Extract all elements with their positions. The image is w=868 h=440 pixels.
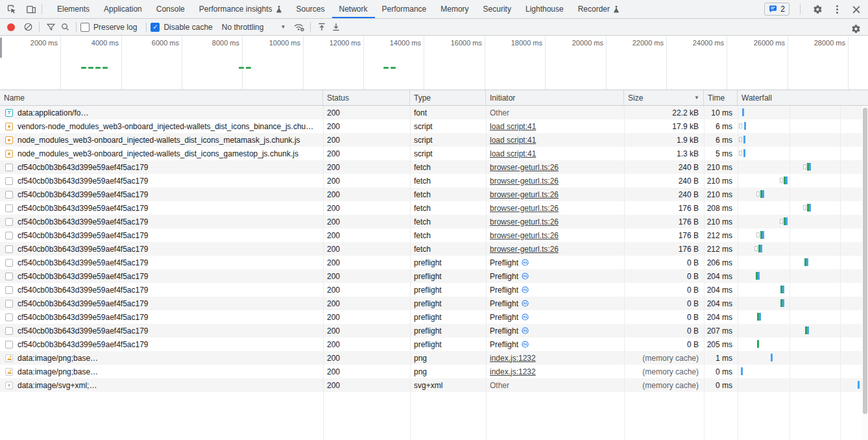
initiator-link[interactable]: browser-geturl.ts:26 [490,231,559,240]
waterfall-cell[interactable] [738,378,868,392]
network-request-row[interactable]: ▾data:image/svg+xml;…200svg+xmlOther(mem… [0,378,868,392]
more-options-kebab-icon[interactable] [830,3,843,16]
tab-sources[interactable]: Sources [289,0,332,18]
network-request-row[interactable]: cf540cb0b3b643d399e59aef4f5ac179200fetch… [0,242,868,256]
network-request-row[interactable]: cf540cb0b3b643d399e59aef4f5ac179200fetch… [0,228,868,242]
preserve-log-checkbox[interactable] [80,23,90,32]
waterfall-cell[interactable] [738,133,868,147]
close-devtools-icon[interactable]: × [850,3,863,16]
tab-security[interactable]: Security [476,0,518,18]
request-name-cell[interactable]: cf540cb0b3b643d399e59aef4f5ac179 [0,283,323,297]
waterfall-cell[interactable] [738,337,868,351]
network-request-row[interactable]: cf540cb0b3b643d399e59aef4f5ac179200prefl… [0,297,868,310]
request-name-cell[interactable]: vendors-node_modules_web3-onboard_inject… [0,119,323,133]
network-request-row[interactable]: node_modules_web3-onboard_injected-walle… [0,147,868,160]
network-request-row[interactable]: cf540cb0b3b643d399e59aef4f5ac179200fetch… [0,160,868,174]
waterfall-cell[interactable] [738,351,868,365]
waterfall-cell[interactable] [738,119,868,133]
record-network-log-icon[interactable] [7,23,15,31]
waterfall-cell[interactable] [738,201,868,215]
waterfall-cell[interactable] [738,147,868,160]
request-name-cell[interactable]: cf540cb0b3b643d399e59aef4f5ac179 [0,201,323,215]
network-request-row[interactable]: data:image/png;base…200pngindex.js:1232(… [0,351,868,365]
initiator-link[interactable]: index.js:1232 [490,354,536,363]
network-request-row[interactable]: cf540cb0b3b643d399e59aef4f5ac179200fetch… [0,174,868,188]
waterfall-cell[interactable] [738,106,868,119]
network-request-row[interactable]: data:image/png;base…200pngindex.js:1232(… [0,365,868,378]
settings-gear-icon[interactable] [811,3,824,16]
waterfall-cell[interactable] [738,174,868,188]
export-har-icon[interactable] [329,21,343,34]
network-request-row[interactable]: cf540cb0b3b643d399e59aef4f5ac179200prefl… [0,283,868,297]
issues-counter[interactable]: 2 [764,3,790,16]
request-name-cell[interactable]: cf540cb0b3b643d399e59aef4f5ac179 [0,269,323,283]
tab-lighthouse[interactable]: Lighthouse [518,0,571,18]
initiator-link[interactable]: index.js:1232 [490,367,536,376]
request-name-cell[interactable]: Tdata:application/fo… [0,106,323,119]
request-name-cell[interactable]: node_modules_web3-onboard_injected-walle… [0,147,323,160]
initiator-preflight-label[interactable]: Preflight [490,313,518,322]
waterfall-cell[interactable] [738,283,868,297]
column-header-type[interactable]: Type [410,90,486,105]
tab-performance[interactable]: Performance [375,0,434,18]
column-header-size[interactable]: Size▼ [624,90,704,105]
initiator-preflight-label[interactable]: Preflight [490,258,518,267]
inspect-element-icon[interactable] [5,3,18,16]
request-name-cell[interactable]: cf540cb0b3b643d399e59aef4f5ac179 [0,188,323,201]
initiator-preflight-label[interactable]: Preflight [490,326,518,336]
initiator-link[interactable]: load script:41 [490,136,536,145]
network-request-row[interactable]: Tdata:application/fo…200fontOther22.2 kB… [0,106,868,119]
column-header-name[interactable]: Name [0,90,323,105]
clear-network-log-icon[interactable] [21,21,35,34]
search-icon[interactable] [58,21,72,34]
tab-performance-insights[interactable]: Performance insights [192,0,289,18]
request-name-cell[interactable]: cf540cb0b3b643d399e59aef4f5ac179 [0,297,323,310]
request-name-cell[interactable]: cf540cb0b3b643d399e59aef4f5ac179 [0,324,323,337]
column-header-initiator[interactable]: Initiator [486,90,624,105]
initiator-link[interactable]: browser-geturl.ts:26 [490,177,559,186]
device-toolbar-icon[interactable] [25,3,38,16]
column-header-waterfall[interactable]: Waterfall [738,90,868,105]
tab-memory[interactable]: Memory [433,0,476,18]
request-name-cell[interactable]: data:image/png;base… [0,365,323,378]
network-request-row[interactable]: cf540cb0b3b643d399e59aef4f5ac179200fetch… [0,201,868,215]
request-name-cell[interactable]: cf540cb0b3b643d399e59aef4f5ac179 [0,160,323,174]
initiator-link[interactable]: browser-geturl.ts:26 [490,245,559,254]
initiator-preflight-label[interactable]: Preflight [490,299,518,308]
import-har-icon[interactable] [315,21,329,34]
column-header-status[interactable]: Status [323,90,410,105]
initiator-link[interactable]: browser-geturl.ts:26 [490,204,559,213]
scrollbar-thumb[interactable] [863,108,867,414]
request-name-cell[interactable]: cf540cb0b3b643d399e59aef4f5ac179 [0,215,323,228]
initiator-preflight-label[interactable]: Preflight [490,272,518,281]
vertical-scrollbar[interactable] [862,106,868,440]
initiator-link[interactable]: browser-geturl.ts:26 [490,190,559,199]
request-name-cell[interactable]: cf540cb0b3b643d399e59aef4f5ac179 [0,242,323,256]
waterfall-cell[interactable] [738,297,868,310]
initiator-link[interactable]: browser-geturl.ts:26 [490,163,559,172]
network-overview-timeline[interactable]: 2000 ms4000 ms6000 ms8000 ms10000 ms1200… [0,36,868,90]
initiator-link[interactable]: load script:41 [490,149,536,158]
waterfall-cell[interactable] [738,188,868,201]
request-name-cell[interactable]: data:image/png;base… [0,351,323,365]
request-name-cell[interactable]: cf540cb0b3b643d399e59aef4f5ac179 [0,228,323,242]
network-request-row[interactable]: cf540cb0b3b643d399e59aef4f5ac179200prefl… [0,256,868,269]
waterfall-cell[interactable] [738,215,868,228]
waterfall-cell[interactable] [738,242,868,256]
initiator-link[interactable]: browser-geturl.ts:26 [490,217,559,226]
request-name-cell[interactable]: cf540cb0b3b643d399e59aef4f5ac179 [0,310,323,324]
network-request-row[interactable]: vendors-node_modules_web3-onboard_inject… [0,119,868,133]
tab-network[interactable]: Network [332,0,375,18]
filter-icon[interactable] [43,21,58,34]
throttling-dropdown[interactable]: No throttling ▼ [222,23,286,32]
column-header-time[interactable]: Time [704,90,738,105]
disable-cache-checkbox[interactable]: ✓ [151,23,160,32]
tab-application[interactable]: Application [97,0,149,18]
waterfall-cell[interactable] [738,310,868,324]
network-request-row[interactable]: cf540cb0b3b643d399e59aef4f5ac179200prefl… [0,324,868,337]
request-name-cell[interactable]: node_modules_web3-onboard_injected-walle… [0,133,323,147]
request-name-cell[interactable]: cf540cb0b3b643d399e59aef4f5ac179 [0,256,323,269]
waterfall-cell[interactable] [738,160,868,174]
network-request-row[interactable]: node_modules_web3-onboard_injected-walle… [0,133,868,147]
network-request-row[interactable]: cf540cb0b3b643d399e59aef4f5ac179200prefl… [0,269,868,283]
